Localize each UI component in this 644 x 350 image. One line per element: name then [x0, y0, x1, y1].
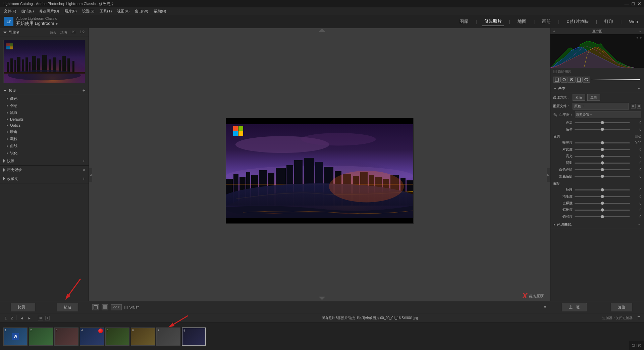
collections-add-button[interactable]: + [83, 176, 85, 181]
shadows-track[interactable] [575, 163, 630, 164]
tint-thumb[interactable] [601, 128, 604, 131]
module-web[interactable]: Web [627, 18, 640, 26]
maximize-button[interactable]: □ [632, 1, 635, 6]
contrast-track[interactable] [575, 149, 630, 150]
toolbar-dropdown-arrow[interactable]: ▼ [543, 305, 547, 309]
presets-add-button[interactable]: + [83, 88, 85, 93]
history-section-header[interactable]: 历史记录 × [0, 166, 89, 174]
filmstrip-thumb-5[interactable]: 5 [105, 327, 129, 346]
dehaze-track[interactable] [575, 203, 630, 204]
bottom-panel-collapse[interactable] [319, 296, 325, 301]
copy-button[interactable]: 拷贝... [11, 303, 35, 311]
filmstrip-grid-icon[interactable]: ⊞ [38, 316, 43, 320]
soft-proof-check[interactable]: 软打样 [124, 305, 139, 310]
saturation-track[interactable] [575, 216, 630, 217]
module-print[interactable]: 打印 [602, 17, 615, 26]
filmstrip-thumb-3[interactable]: 3 [54, 327, 78, 346]
whites-thumb[interactable] [601, 168, 604, 171]
filmstrip-view-2[interactable]: 2 [9, 315, 14, 321]
exposure-track[interactable] [575, 142, 630, 143]
snapshot-add-button[interactable]: + [83, 158, 85, 164]
texture-thumb[interactable] [601, 188, 604, 191]
filmstrip-next-button[interactable]: ► [26, 315, 33, 321]
filmstrip-settings-icon[interactable]: ☰ [637, 316, 641, 320]
filmstrip-thumb-8[interactable]: 8 [182, 327, 206, 346]
basic-section-header[interactable]: 基本 ▼ [550, 84, 644, 93]
preset-creative[interactable]: 创意 [0, 102, 89, 109]
blacks-track[interactable] [575, 176, 630, 177]
nav-expand-arrow[interactable]: ► [55, 22, 59, 26]
menu-edit[interactable]: 编辑(E) [19, 8, 36, 14]
auto-tone-button[interactable]: 自动 [635, 134, 641, 139]
exposure-thumb[interactable] [601, 141, 604, 144]
zoom-fill[interactable]: 填满 [60, 30, 68, 35]
menu-file[interactable]: 文件(F) [2, 8, 18, 14]
menu-settings[interactable]: 设置(S) [80, 8, 97, 14]
preset-vignette[interactable]: 暗角 [0, 128, 89, 135]
module-slideshow[interactable]: 幻灯片放映 [565, 17, 591, 26]
paste-button[interactable]: 粘贴 [57, 303, 78, 311]
vibrance-track[interactable] [575, 210, 630, 211]
original-photo-checkbox[interactable] [553, 70, 556, 73]
menu-photo[interactable]: 照片(P) [62, 8, 79, 14]
clip-right-icon[interactable]: ► [640, 36, 643, 39]
filmstrip-thumb-2[interactable]: 2 [29, 327, 53, 346]
clarity-track[interactable] [575, 196, 630, 197]
filmstrip-list-icon[interactable]: ≡ [45, 316, 50, 320]
dehaze-thumb[interactable] [601, 202, 604, 205]
vibrance-thumb[interactable] [601, 208, 604, 212]
compare-view-button[interactable]: YY ▼ [111, 304, 122, 310]
filmstrip-thumb-1[interactable]: 1 W [3, 327, 28, 346]
menu-tools[interactable]: 工具(T) [98, 8, 114, 14]
profile-select[interactable]: 颜色 ÷ [573, 103, 629, 110]
profile-icon-2[interactable]: ⊟ [637, 104, 641, 108]
wb-select[interactable]: 原照设置 ÷ [575, 112, 641, 118]
whites-track[interactable] [575, 169, 630, 170]
texture-track[interactable] [575, 189, 630, 190]
preset-sharpen[interactable]: 锐化 [0, 149, 89, 157]
soft-proof-checkbox[interactable] [124, 306, 128, 309]
tint-track[interactable] [575, 129, 630, 130]
redeye-button[interactable] [568, 77, 575, 83]
module-map[interactable]: 地图 [516, 17, 528, 26]
eyedropper-icon[interactable]: ✎ [553, 112, 557, 118]
preset-grain[interactable]: 颗粒 [0, 135, 89, 142]
radial-filter-button[interactable] [583, 77, 590, 83]
filmstrip-thumb-4[interactable]: 4 [80, 327, 104, 346]
navigator-section-header[interactable]: 导航者 适合 填满 1:1 1:2 [0, 28, 89, 37]
top-panel-collapse[interactable] [319, 28, 325, 33]
collections-section-header[interactable]: 收藏夹 + [0, 174, 89, 183]
filmstrip-thumb-7[interactable]: 7 [156, 327, 180, 346]
shadows-thumb[interactable] [601, 161, 604, 165]
filmstrip-thumb-6[interactable]: 6 [131, 327, 155, 346]
zoom-1-1[interactable]: 1:1 [70, 30, 76, 35]
prev-photo-button[interactable]: 上一张 [562, 303, 587, 311]
menu-help[interactable]: 帮助(H) [152, 8, 168, 14]
zoom-1-2[interactable]: 1:2 [79, 30, 85, 35]
tone-curve-section-header[interactable]: 色调曲线 ▼ [550, 220, 644, 229]
module-library[interactable]: 图库 [458, 17, 470, 26]
menu-window[interactable]: 窗口(W) [133, 8, 150, 14]
right-panel-collapse[interactable]: ► [547, 168, 550, 182]
single-view-button[interactable] [92, 304, 99, 310]
color-toggle-button[interactable]: 彩色 [573, 94, 585, 101]
color-temp-track[interactable] [575, 122, 630, 123]
saturation-thumb[interactable] [601, 215, 604, 218]
presets-section-header[interactable]: 预设 + [0, 86, 89, 95]
left-panel-collapse[interactable]: ◄ [89, 168, 92, 182]
profile-icon-1[interactable]: ⊞ [631, 104, 636, 108]
menu-develop[interactable]: 修改照片(D) [37, 8, 61, 14]
spot-heal-button[interactable] [560, 77, 568, 83]
bw-toggle-button[interactable]: 黑白 [587, 94, 600, 101]
clarity-thumb[interactable] [601, 195, 604, 198]
preset-color[interactable]: 颜色 [0, 95, 89, 102]
minimize-button[interactable]: — [625, 1, 629, 6]
blacks-thumb[interactable] [601, 175, 604, 178]
close-button[interactable]: ✕ [637, 1, 641, 6]
crop-tool-button[interactable] [553, 77, 560, 83]
menu-view[interactable]: 视图(V) [115, 8, 131, 14]
reset-button[interactable]: 复位 [611, 303, 632, 311]
preset-optics[interactable]: Optics [0, 122, 89, 128]
color-temp-thumb[interactable] [601, 121, 604, 124]
clip-left-icon[interactable]: ◄ [636, 36, 639, 39]
